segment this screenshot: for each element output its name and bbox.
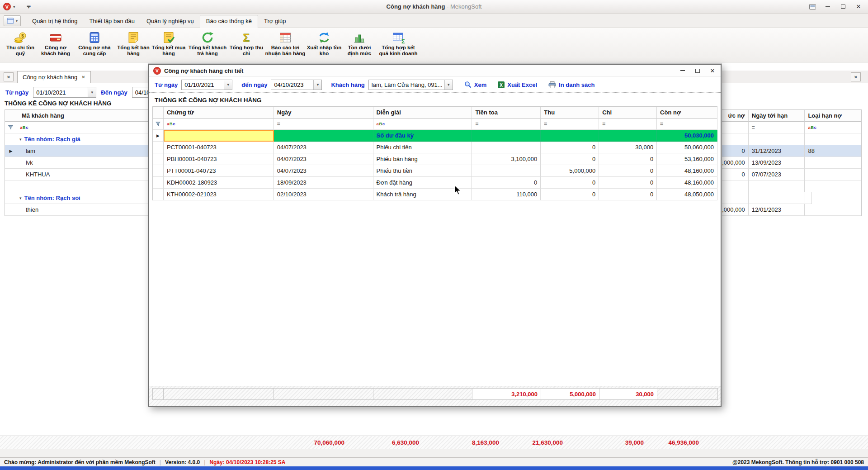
view-button[interactable]: Xem xyxy=(464,81,486,88)
customer-combobox[interactable]: lam, Lâm Cửa Hàng, 091... ▼ xyxy=(368,80,453,90)
filter-cell[interactable]: = xyxy=(541,119,599,130)
tab-tro-giup[interactable]: Trợ giúp xyxy=(258,15,292,28)
toolbar-tong-hop-thu-chi[interactable]: Σ Tổng hợp thu chi xyxy=(229,30,264,57)
tab-quan-tri-he-thong[interactable]: Quản trị hệ thống xyxy=(26,15,83,28)
empty-cell xyxy=(721,180,749,192)
chevron-down-icon[interactable]: ▼ xyxy=(444,80,453,90)
empty-cell xyxy=(749,133,805,145)
minimize-button[interactable] xyxy=(824,3,832,11)
toolbar-xuat-nhap-ton-kho[interactable]: Xuất nhập tồn kho xyxy=(307,30,342,57)
doctab-label: Công nợ khách hàng xyxy=(23,74,77,81)
close-tab-icon[interactable]: ✕ xyxy=(81,75,85,80)
grid-row-pbh00001[interactable]: PBH00001-040723 04/07/2023 Phiếu bán hàn… xyxy=(153,153,717,165)
amount-cell xyxy=(472,165,541,177)
toolbar-bao-cao-loi-nhuan[interactable]: Báo cáo lợi nhuận bán hàng xyxy=(264,30,307,57)
opening-balance-row[interactable]: ▶ Số dư đầu kỳ 50,030,000 xyxy=(153,130,717,142)
filter-cell[interactable]: = xyxy=(472,119,541,130)
filter-cell[interactable]: = xyxy=(274,119,373,130)
grid-row-kth00002[interactable]: KTH00002-021023 02/10/2023 Khách trả hàn… xyxy=(153,189,717,200)
collapse-triangle-icon[interactable]: ▾ xyxy=(19,196,22,200)
column-header-con-no[interactable]: Còn nợ xyxy=(657,107,717,119)
due-date-cell: 12/01/2023 xyxy=(749,204,805,216)
column-header-thu[interactable]: Thu xyxy=(541,107,599,119)
close-button[interactable]: ✕ xyxy=(854,3,863,11)
toolbar-ton-duoi-dinh-muc[interactable]: Tồn dưới định mức xyxy=(342,30,377,57)
sales-note-icon xyxy=(127,30,140,44)
limit-cell: 0,000,000 xyxy=(721,157,749,169)
customer-debt-detail-dialog: V Công nợ khách hàng chi tiết ✕ Từ ngày … xyxy=(148,64,722,407)
voucher-cell: PBH00001-040723 xyxy=(164,153,274,165)
quick-access-caret-icon[interactable]: ▾ xyxy=(13,5,15,9)
maximize-button[interactable] xyxy=(839,3,847,11)
customer-label: Khách hàng xyxy=(331,81,364,88)
payment-cell: 0 xyxy=(599,177,657,189)
debt-type-cell xyxy=(805,169,861,180)
close-button[interactable]: ✕ xyxy=(708,66,717,75)
empty-cell xyxy=(721,133,749,145)
opening-cell xyxy=(599,130,657,142)
column-header-chi[interactable]: Chi xyxy=(599,107,657,119)
screen-icon[interactable] xyxy=(808,3,816,11)
payment-cell: 0 xyxy=(599,165,657,177)
debt-row-lvk[interactable]: 0,000,000 13/09/2023 xyxy=(721,157,861,169)
ribbon-launcher-button[interactable]: ▾ xyxy=(4,15,21,26)
toolbar-customize-icon[interactable]: ▬▾ xyxy=(27,5,31,9)
collapse-triangle-icon[interactable]: ▾ xyxy=(19,137,22,142)
toolbar-cong-no-nha-cung-cap[interactable]: Công nợ nhà cung cấp xyxy=(73,30,116,57)
app-logo-icon[interactable]: V xyxy=(3,3,11,10)
footer-cell xyxy=(373,388,472,400)
column-header-ngay[interactable]: Ngày xyxy=(274,107,373,119)
column-header-chung-tu[interactable]: Chứng từ xyxy=(164,107,274,119)
filter-cell[interactable] xyxy=(721,122,749,133)
debt-row-thien[interactable]: 0,000,000 12/01/2023 xyxy=(721,204,861,216)
balance-cell: 48,160,000 xyxy=(657,165,717,177)
grid-row-kdh00002[interactable]: KDH00002-180923 18/09/2023 Đơn đặt hàng … xyxy=(153,177,717,189)
filter-cell[interactable]: aBc xyxy=(805,122,861,133)
toolbar-thu-chi-ton-quy[interactable]: $ Thu chi tồn quỹ xyxy=(3,30,38,57)
background-heading: THỐNG KÊ CÔNG NỢ KHÁCH HÀNG xyxy=(5,100,112,107)
grid-row-ptt00001[interactable]: PTT00001-040723 04/07/2023 Phiếu thu tiề… xyxy=(153,165,717,177)
grid-row-pct00001[interactable]: PCT00001-040723 04/07/2023 Phiếu chi tiề… xyxy=(153,142,717,153)
doctab-cong-no-khach-hang[interactable]: Công nợ khách hàng ✕ xyxy=(17,71,91,83)
column-header-tien-toa[interactable]: Tiền toa xyxy=(472,107,541,119)
export-excel-button[interactable]: X Xuất Excel xyxy=(498,81,537,88)
tab-thiet-lap-ban-dau[interactable]: Thiết lập ban đầu xyxy=(83,15,140,28)
filter-cell[interactable]: = xyxy=(599,119,657,130)
receipt-cell: 0 xyxy=(541,153,599,165)
from-date-input[interactable] xyxy=(33,87,88,97)
footer-total-thu: 5,000,000 xyxy=(541,388,599,400)
toolbar-tong-ket-khach-tra-hang[interactable]: Tổng kết khách trả hàng xyxy=(186,30,229,57)
chevron-down-icon[interactable]: ▼ xyxy=(88,87,96,97)
column-header-loai-han-no[interactable]: Loại hạn nợ xyxy=(805,110,861,122)
restore-button[interactable] xyxy=(693,66,702,75)
minimize-button[interactable] xyxy=(679,66,687,75)
to-date-input[interactable] xyxy=(271,80,313,90)
tabstrip-right-close-button[interactable]: ✕ xyxy=(851,72,861,81)
tab-bao-cao-thong-ke[interactable]: Báo cáo thống kê xyxy=(200,15,258,28)
excel-icon: X xyxy=(498,81,505,88)
tab-quan-ly-nghiep-vu[interactable]: Quản lý nghiệp vụ xyxy=(141,15,200,28)
debt-row-khthua[interactable]: 0 07/07/2023 xyxy=(721,169,861,180)
toolbar-tong-ket-mua-hang[interactable]: Tổng kết mua hàng xyxy=(151,30,186,57)
toolbar-cong-no-khach-hang[interactable]: Công nợ khách hàng xyxy=(38,30,73,57)
filter-cell[interactable]: aBc xyxy=(164,119,274,130)
toolbar-tong-ket-ban-hang[interactable]: Tổng kết bán hàng xyxy=(116,30,151,57)
chevron-down-icon[interactable]: ▼ xyxy=(224,80,232,90)
print-list-button[interactable]: In danh sách xyxy=(548,81,594,88)
close-all-tabs-button[interactable]: ✕ xyxy=(4,72,14,81)
debt-row-lam[interactable]: 0 31/12/2023 88 xyxy=(721,145,861,157)
column-header-dinh-muc-no[interactable]: ức nợ xyxy=(721,110,749,122)
filter-cell[interactable]: = xyxy=(657,119,717,130)
from-date-input[interactable] xyxy=(182,80,224,90)
filter-cell[interactable]: = xyxy=(749,122,805,133)
column-header-dien-giai[interactable]: Diễn giải xyxy=(373,107,472,119)
date-cell: 04/07/2023 xyxy=(274,142,373,153)
filter-cell[interactable]: aBc xyxy=(373,119,472,130)
equals-filter-icon: = xyxy=(475,121,478,127)
chevron-down-icon[interactable]: ▼ xyxy=(313,80,321,90)
toolbar-tong-hop-ket-qua-kinh-doanh[interactable]: Σ Tổng hợp kết quả kinh doanh xyxy=(377,30,420,57)
from-date-field: ▼ xyxy=(33,87,96,98)
column-header-ngay-toi-han[interactable]: Ngày tới hạn xyxy=(749,110,805,122)
focused-cell[interactable] xyxy=(164,130,274,142)
amount-cell: 0 xyxy=(472,177,541,189)
